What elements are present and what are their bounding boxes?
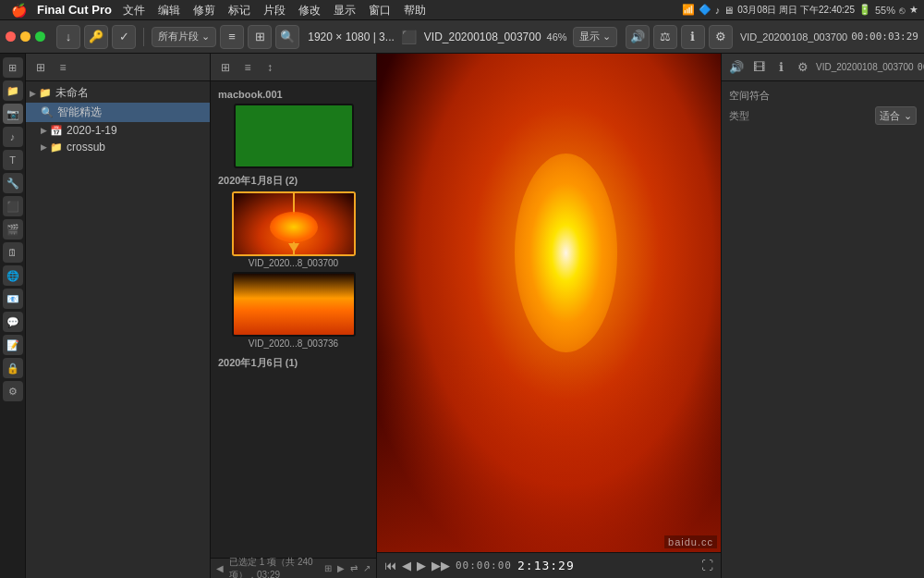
inspector-video-icon[interactable]: 🎞 <box>749 58 768 77</box>
key-icon[interactable]: 🔑 <box>84 25 108 49</box>
all-clips-dropdown[interactable]: 所有片段 ⌄ <box>152 27 216 47</box>
tree-arrow-date: ▶ <box>41 126 47 135</box>
display-dropdown[interactable]: 显示 ⌄ <box>573 27 617 47</box>
menu-modify[interactable]: 修改 <box>293 0 326 20</box>
apple-logo-icon[interactable]: 🍎 <box>0 3 37 18</box>
menubar: 🍎 Final Cut Pro 文件 编辑 修剪 标记 片段 修改 显示 窗口 … <box>0 0 924 20</box>
dock-icon-12[interactable]: 💬 <box>3 312 23 332</box>
duration-display: 2:13:29 <box>517 559 575 572</box>
dock-icon-13[interactable]: 📝 <box>3 335 23 355</box>
dock-icon-3[interactable]: 📷 <box>3 104 23 124</box>
inspector-toolbar: 🔊 🎞 ℹ ⚙ VID_20200108_003700 00:00:03:29 <box>722 54 924 81</box>
browser-list-btn[interactable]: ≡ <box>54 58 72 77</box>
inspector-content: 空间符合 类型 适合 ⌄ <box>722 81 924 578</box>
dock-icon-9[interactable]: 🗓 <box>3 242 23 263</box>
next-frame-btn[interactable]: ▶▶ <box>432 559 450 572</box>
music-icon: ♪ <box>715 5 721 16</box>
media-browser-toolbar: ⊞ ≡ ↕ <box>211 54 376 81</box>
thumbnail-macbook[interactable] <box>234 104 354 168</box>
list-view-button[interactable]: ≡ <box>220 25 244 49</box>
thumb-fire2-bg <box>234 274 354 335</box>
menu-edit[interactable]: 编辑 <box>152 0 186 20</box>
go-start-btn[interactable]: ⏮ <box>384 559 396 572</box>
dock-icon-5[interactable]: T <box>3 150 23 170</box>
menu-view[interactable]: 显示 <box>328 0 361 20</box>
type-dropdown[interactable]: 适合 ⌄ <box>875 106 917 125</box>
app-name: Final Cut Pro <box>37 3 112 17</box>
status-btn1[interactable]: ⊞ <box>324 563 332 573</box>
dock-icon-8[interactable]: 🎬 <box>3 219 23 240</box>
info-btn[interactable]: ℹ <box>681 25 705 49</box>
menu-mark[interactable]: 标记 <box>223 0 256 20</box>
checkmark-button[interactable]: ✓ <box>112 25 136 49</box>
media-status-bar: ◀ 已选定 1 项（共 240 项），03:29 ⊞ ▶ ⇄ ↗ <box>211 558 376 578</box>
dock-icon-4[interactable]: ♪ <box>3 127 23 147</box>
menu-clip[interactable]: 片段 <box>258 0 291 20</box>
folder-icon-crossub: 📁 <box>50 141 63 154</box>
settings-btn[interactable]: ⚙ <box>709 25 733 49</box>
dock-icon-6[interactable]: 🔧 <box>3 173 23 193</box>
type-key: 类型 <box>729 109 749 123</box>
inspector-info-icon[interactable]: ℹ <box>772 58 790 77</box>
tree-item-unnamed[interactable]: ▶ 📁 未命名 <box>26 83 210 103</box>
inspector-panel: 🔊 🎞 ℹ ⚙ VID_20200108_003700 00:00:03:29 … <box>721 54 924 578</box>
audio-btn[interactable]: 🔊 <box>626 25 650 49</box>
search-button[interactable]: 🔍 <box>275 25 299 49</box>
dock-icon-7[interactable]: ⬛ <box>3 196 23 216</box>
media-sort-btn[interactable]: ↕ <box>261 58 279 77</box>
inspector-settings-icon[interactable]: ⚙ <box>794 58 812 77</box>
media-view-btn[interactable]: ⊞ <box>216 58 235 77</box>
tree-item-date[interactable]: ▶ 📅 2020-1-19 <box>26 122 210 139</box>
play-btn[interactable]: ▶ <box>417 559 426 572</box>
dock-icon-15[interactable]: ⚙ <box>3 381 23 401</box>
menu-file[interactable]: 文件 <box>117 0 151 20</box>
thumbnail-fire1[interactable] <box>232 191 356 256</box>
grid-view-button[interactable]: ⊞ <box>248 25 272 49</box>
fire-bright-spot <box>515 154 618 353</box>
dock-icon-11[interactable]: 📧 <box>3 289 23 309</box>
close-button[interactable] <box>6 31 16 42</box>
main-area: ⊞ 📁 📷 ♪ T 🔧 ⬛ 🎬 🗓 🌐 📧 💬 📝 🔒 ⚙ ⊞ ≡ ▶ 📁 未命… <box>0 54 924 578</box>
tree-item-smart[interactable]: 🔍 智能精选 <box>26 103 210 122</box>
menu-help[interactable]: 帮助 <box>398 0 432 20</box>
menu-trim[interactable]: 修剪 <box>188 0 221 20</box>
battery-icon: 🔋 <box>858 4 871 16</box>
prev-frame[interactable]: ⬛ <box>400 28 419 46</box>
preview-controls: ⏮ ◀ ▶ ▶▶ 00:00:00 2:13:29 ⛶ <box>377 552 721 578</box>
playhead-cursor <box>288 243 299 252</box>
menu-window[interactable]: 窗口 <box>363 0 396 20</box>
inspector-audio-icon[interactable]: 🔊 <box>727 58 746 77</box>
status-btn2[interactable]: ▶ <box>337 563 345 573</box>
browser-panel: ⊞ ≡ ▶ 📁 未命名 🔍 智能精选 ▶ 📅 2020-1-19 ▶ 📁 cro… <box>26 54 211 578</box>
tree-item-crossub[interactable]: ▶ 📁 crossub <box>26 139 210 155</box>
wifi-icon: 📶 <box>682 4 695 16</box>
status-arrow-left[interactable]: ◀ <box>216 563 224 573</box>
toolbar: ↓ 🔑 ✓ 所有片段 ⌄ ≡ ⊞ 🔍 1920 × 1080 | 3... ⬛ … <box>0 20 924 54</box>
zoom-level: 46% <box>547 31 567 43</box>
menu-items: 文件 编辑 修剪 标记 片段 修改 显示 窗口 帮助 <box>117 0 432 20</box>
status-text: 已选定 1 项（共 240 项），03:29 <box>229 556 313 579</box>
toolbar-center: 1920 × 1080 | 3... ⬛ VID_20200108_003700… <box>303 27 622 47</box>
balance-btn[interactable]: ⚖ <box>653 25 677 49</box>
dock-icon-2[interactable]: 📁 <box>3 80 23 101</box>
browser-grid-btn[interactable]: ⊞ <box>31 58 50 77</box>
maximize-button[interactable] <box>35 31 45 42</box>
status-btn3[interactable]: ⇄ <box>350 563 358 573</box>
filename-label: 1920 × 1080 | 3... <box>308 31 395 43</box>
thumbnail-fire2[interactable] <box>232 272 356 337</box>
watermark: baidu.cc <box>664 535 717 548</box>
minimize-button[interactable] <box>20 31 30 42</box>
dock-icon-10[interactable]: 🌐 <box>3 265 23 286</box>
inspector-vid-name: VID_20200108_003700 <box>816 62 914 72</box>
menubar-right: 📶 🔷 ♪ 🖥 03月08日 周日 下午22:40:25 🔋 55% ⎋ ★ <box>682 4 924 17</box>
fullscreen-btn[interactable]: ⛶ <box>701 559 713 572</box>
toolbar-right: 🔊 ⚖ ℹ ⚙ VID_20200108_003700 00:00:03:29 <box>626 25 918 49</box>
left-dock: ⊞ 📁 📷 ♪ T 🔧 ⬛ 🎬 🗓 🌐 📧 💬 📝 🔒 ⚙ <box>0 54 26 578</box>
prev-frame-btn[interactable]: ◀ <box>402 559 411 572</box>
dock-icon-14[interactable]: 🔒 <box>3 358 23 378</box>
display-icon: 🖥 <box>723 5 734 16</box>
status-btn4[interactable]: ↗ <box>363 563 371 573</box>
dock-icon-1[interactable]: ⊞ <box>3 57 23 78</box>
import-button[interactable]: ↓ <box>56 25 80 49</box>
media-list-btn[interactable]: ≡ <box>238 58 257 77</box>
